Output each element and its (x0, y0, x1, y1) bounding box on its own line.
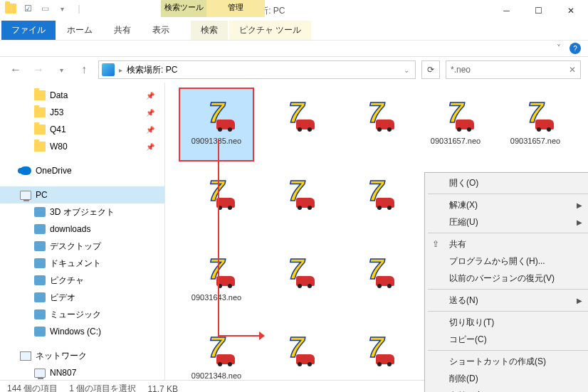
location-icon (102, 63, 115, 76)
file-icon: 7 (513, 92, 558, 132)
qat-newfolder-icon[interactable]: ▭ (38, 2, 51, 15)
folder-icon (34, 142, 46, 152)
tree-pc-item[interactable]: ピクチャ (0, 272, 164, 289)
computer-icon (34, 369, 46, 378)
tab-home[interactable]: ホーム (57, 21, 103, 40)
nav-up-button[interactable]: ↑ (75, 61, 93, 78)
tree-pc-item[interactable]: ドキュメント (0, 255, 164, 272)
tab-search[interactable]: 検索 (191, 21, 228, 40)
tree-onedrive[interactable]: OneDrive (0, 162, 164, 179)
ctx-open-with[interactable]: プログラムから開く(H)... (426, 253, 588, 270)
explorer-icon (4, 2, 17, 15)
tree-pc-item[interactable]: ミュージック (0, 306, 164, 323)
file-icon: 7 (273, 92, 319, 132)
file-item[interactable]: 709031657.neo (419, 88, 493, 161)
file-icon: 7 (353, 327, 399, 367)
maximize-button[interactable]: ☐ (523, 1, 555, 21)
file-item[interactable]: 7 (339, 166, 413, 239)
help-icon[interactable]: ? (569, 43, 581, 54)
ctx-rename[interactable]: 名前の変更(M) (426, 387, 588, 392)
file-item[interactable]: 709031643.neo (179, 245, 253, 317)
file-item[interactable]: 7 (259, 245, 333, 317)
ctx-cut[interactable]: 切り取り(T) (426, 314, 588, 331)
tree-pc-item[interactable]: Windows (C:) (0, 323, 164, 340)
file-name: 09021348.neo (191, 371, 241, 380)
nav-recent-dropdown[interactable]: ▾ (53, 61, 70, 78)
tree-network-item[interactable]: NN807 (0, 364, 164, 380)
minimize-button[interactable]: ─ (490, 1, 523, 21)
address-bar[interactable]: ▸ 検索場所: PC ⌄ (98, 60, 416, 79)
navigation-tree: Data📌J53📌Q41📌W80📌 OneDrive PC 3D オブジェクトd… (0, 83, 165, 380)
tree-quick-item[interactable]: Data📌 (0, 87, 164, 104)
file-name: 09031657.neo (510, 137, 560, 145)
folder-icon (34, 224, 46, 234)
file-item[interactable]: 7 (339, 323, 413, 392)
ribbon-collapse-icon[interactable]: ˅ (557, 43, 561, 53)
tab-view[interactable]: 表示 (142, 21, 179, 40)
folder-icon (34, 241, 46, 251)
tab-file[interactable]: ファイル (1, 21, 56, 40)
file-name: 09091335.neo (191, 137, 241, 145)
nav-forward-button[interactable]: → (30, 61, 47, 78)
file-item[interactable]: 7 (339, 88, 413, 161)
pin-icon: 📌 (146, 92, 154, 100)
tree-quick-item[interactable]: W80📌 (0, 138, 164, 155)
refresh-button[interactable]: ⟳ (421, 60, 440, 79)
ctx-copy[interactable]: コピー(C) (426, 331, 588, 348)
qat-properties-icon[interactable]: ☑ (21, 2, 34, 15)
close-button[interactable]: ✕ (555, 1, 587, 21)
ctx-create-shortcut[interactable]: ショートカットの作成(S) (426, 353, 588, 370)
tree-pc-item[interactable]: デスクトップ (0, 238, 164, 255)
annotation-arrow (218, 335, 262, 337)
tree-pc-item[interactable]: 3D オブジェクト (0, 203, 164, 221)
ctx-send-to[interactable]: 送る(N)▶ (426, 292, 588, 309)
file-item[interactable]: 7 (259, 166, 333, 239)
tree-pc-item[interactable]: ビデオ (0, 289, 164, 306)
search-clear-icon[interactable]: ✕ (569, 65, 576, 75)
file-item[interactable]: 7 (259, 323, 333, 392)
file-icon: 7 (194, 92, 239, 132)
file-item[interactable]: 709021348.neo (179, 323, 253, 392)
submenu-arrow-icon: ▶ (577, 218, 582, 226)
tree-network[interactable]: ネットワーク (0, 347, 164, 364)
file-icon: 7 (353, 92, 399, 132)
tree-quick-item[interactable]: J53📌 (0, 104, 164, 121)
pin-icon: 📌 (146, 143, 154, 151)
file-name: 09031643.neo (191, 293, 241, 302)
file-icon: 7 (273, 327, 319, 367)
qat-dropdown-icon[interactable]: ▾ (56, 2, 68, 15)
folder-icon (34, 327, 46, 337)
file-icon: 7 (194, 327, 239, 367)
search-input[interactable]: *.neo ✕ (446, 60, 581, 79)
ctx-compress[interactable]: 圧縮(U)▶ (426, 213, 588, 231)
ctx-restore-versions[interactable]: 以前のバージョンの復元(V) (426, 270, 588, 287)
ctx-open[interactable]: 開く(O) (426, 174, 588, 191)
ctx-share[interactable]: ⇪共有 (426, 235, 588, 253)
folder-icon (34, 90, 46, 100)
submenu-arrow-icon: ▶ (577, 201, 582, 209)
file-icon: 7 (273, 249, 319, 289)
breadcrumb-text: 検索場所: PC (127, 64, 177, 76)
ctx-extract[interactable]: 解凍(X)▶ (426, 196, 588, 213)
tab-picture-tools[interactable]: ピクチャ ツール (229, 21, 311, 40)
file-icon: 7 (194, 171, 239, 211)
qat-divider: | (73, 2, 85, 15)
tree-pc-item[interactable]: downloads (0, 221, 164, 238)
folder-icon (34, 292, 46, 302)
address-dropdown-icon[interactable]: ⌄ (401, 66, 412, 74)
tree-quick-item[interactable]: Q41📌 (0, 121, 164, 138)
file-name: 09031657.neo (431, 137, 481, 145)
file-item[interactable]: 7 (259, 88, 333, 161)
nav-back-button[interactable]: ← (7, 61, 24, 78)
pin-icon: 📌 (146, 109, 154, 117)
tab-share[interactable]: 共有 (104, 21, 141, 40)
annotation-arrow-head (259, 332, 265, 340)
file-item[interactable]: 709091335.neo (179, 88, 253, 161)
tree-pc[interactable]: PC (0, 186, 164, 203)
file-item[interactable]: 709031657.neo (498, 88, 572, 161)
file-item[interactable]: 7 (339, 245, 413, 317)
ctx-delete[interactable]: 削除(D) (426, 370, 588, 387)
file-icon: 7 (194, 249, 239, 289)
file-icon: 7 (353, 171, 399, 211)
file-item[interactable]: 7 (179, 166, 253, 239)
